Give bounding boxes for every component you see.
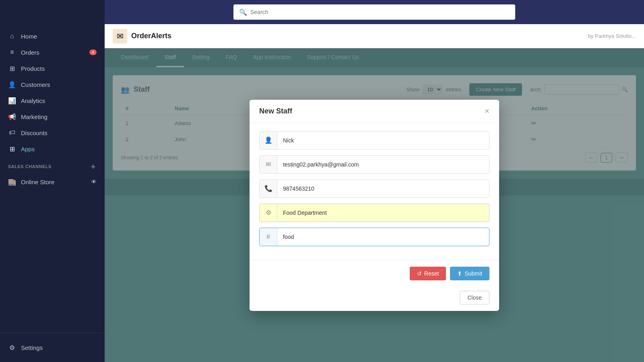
- appbar: ✉ OrderAlerts by Parkhya Solutio...: [105, 24, 644, 48]
- app-logo: ✉: [113, 29, 127, 43]
- modal-title: New Staff: [259, 107, 292, 115]
- sidebar-item-orders[interactable]: ≡ Orders 4: [0, 44, 105, 60]
- sidebar-item-label: Home: [21, 33, 37, 40]
- submit-icon: ⬆: [457, 270, 462, 277]
- topbar: 🔍: [105, 0, 644, 24]
- customers-icon: 👤: [8, 80, 16, 88]
- sidebar-bottom: ⚙ Settings: [0, 333, 105, 362]
- phone-field: 📞: [259, 179, 489, 198]
- app-logo-icon: ✉: [117, 31, 124, 41]
- close-button[interactable]: Close: [460, 291, 489, 304]
- analytics-icon: 📊: [8, 97, 16, 105]
- sidebar-item-label: Products: [21, 65, 45, 72]
- phone-icon: 📞: [260, 180, 277, 197]
- eye-icon[interactable]: 👁: [91, 179, 97, 185]
- app-title: OrderAlerts: [131, 32, 171, 40]
- search-box[interactable]: 🔍: [233, 4, 515, 20]
- modal-overlay[interactable]: New Staff × 👤 ✉ 📞: [105, 48, 644, 362]
- settings-icon: ⚙: [8, 343, 16, 352]
- reset-button[interactable]: ↺ Reset: [410, 267, 446, 280]
- content-area: Dashboard Staff Setting FAQ App Instruct…: [105, 48, 644, 362]
- sidebar-item-label: Analytics: [21, 97, 45, 104]
- products-icon: ⊞: [8, 64, 16, 72]
- search-input[interactable]: [250, 9, 510, 15]
- department-field: ⚙: [259, 204, 489, 222]
- name-input[interactable]: [277, 133, 489, 148]
- new-staff-modal: New Staff × 👤 ✉ 📞: [250, 100, 499, 311]
- sidebar-item-settings[interactable]: ⚙ Settings: [0, 339, 105, 356]
- sales-channels-label: SALES CHANNELS ＋: [0, 157, 105, 174]
- apps-icon: ⊞: [8, 145, 16, 153]
- sidebar-item-marketing[interactable]: 📢 Marketing: [0, 109, 105, 125]
- modal-close-x-button[interactable]: ×: [485, 107, 489, 115]
- sidebar-item-analytics[interactable]: 📊 Analytics: [0, 93, 105, 109]
- main-content: 🔍 ✉ OrderAlerts by Parkhya Solutio... Da…: [105, 0, 644, 362]
- sidebar-item-apps[interactable]: ⊞ Apps: [0, 141, 105, 157]
- tag-field: #: [259, 228, 489, 246]
- orders-badge: 4: [89, 49, 97, 55]
- sidebar-item-customers[interactable]: 👤 Customers: [0, 76, 105, 93]
- sidebar-navigation: ⌂ Home ≡ Orders 4 ⊞ Products 👤 Customers…: [0, 24, 105, 333]
- user-icon: 👤: [260, 132, 277, 149]
- sidebar: ⌂ Home ≡ Orders 4 ⊞ Products 👤 Customers…: [0, 0, 105, 362]
- sidebar-item-home[interactable]: ⌂ Home: [0, 28, 105, 44]
- sidebar-item-label: Marketing: [21, 113, 47, 120]
- department-icon: ⚙: [260, 204, 277, 222]
- tag-icon: #: [260, 228, 277, 246]
- sidebar-item-discounts[interactable]: 🏷 Discounts: [0, 125, 105, 141]
- modal-header: New Staff ×: [250, 100, 499, 123]
- email-field: ✉: [259, 155, 489, 174]
- sidebar-item-label: Discounts: [21, 130, 47, 136]
- sidebar-item-label: Customers: [21, 81, 50, 88]
- submit-button[interactable]: ⬆ Submit: [450, 267, 489, 280]
- email-icon: ✉: [260, 156, 277, 173]
- discounts-icon: 🏷: [8, 129, 16, 137]
- search-icon: 🔍: [239, 8, 247, 16]
- add-sales-channel-icon[interactable]: ＋: [89, 162, 97, 171]
- home-icon: ⌂: [8, 32, 16, 40]
- sidebar-item-products[interactable]: ⊞ Products: [0, 60, 105, 76]
- marketing-icon: 📢: [8, 113, 16, 121]
- name-field: 👤: [259, 131, 489, 150]
- sidebar-item-label: Orders: [21, 49, 39, 56]
- sidebar-item-label: Apps: [21, 146, 35, 152]
- sidebar-item-online-store[interactable]: 🏬 Online Store 👁: [0, 174, 105, 190]
- modal-close-row: Close: [250, 287, 499, 311]
- phone-input[interactable]: [277, 181, 489, 196]
- sidebar-item-label: Settings: [21, 344, 43, 351]
- email-input[interactable]: [277, 157, 489, 172]
- store-icon: 🏬: [8, 178, 16, 186]
- orders-icon: ≡: [8, 48, 16, 56]
- sidebar-item-label: Online Store: [21, 179, 54, 185]
- department-input[interactable]: [277, 206, 489, 220]
- reset-icon: ↺: [417, 270, 422, 277]
- modal-body: 👤 ✉ 📞 ⚙: [250, 123, 499, 260]
- app-by-text: by Parkhya Solutio...: [588, 33, 636, 39]
- modal-action-footer: ↺ Reset ⬆ Submit: [250, 260, 499, 287]
- tag-input[interactable]: [277, 230, 489, 244]
- sidebar-header: [0, 0, 105, 24]
